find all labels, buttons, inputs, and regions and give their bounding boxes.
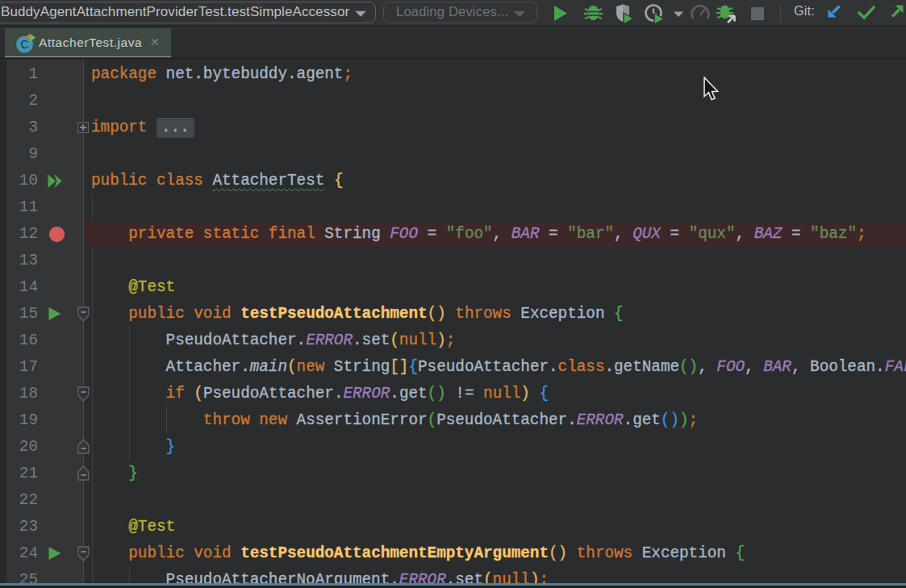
svg-text:C: C <box>20 38 28 51</box>
